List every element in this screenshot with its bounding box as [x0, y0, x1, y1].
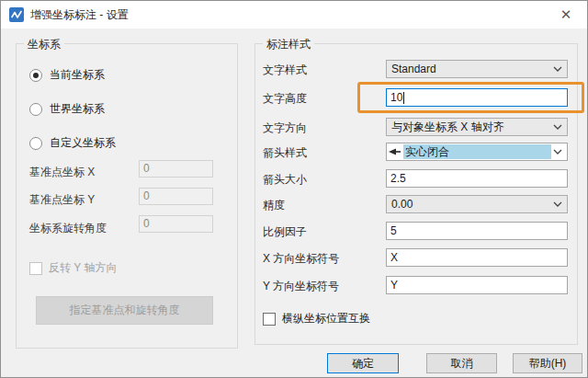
dimension-style-group: 标注样式 文字样式 Standard 文字高度 10 文字方向 与对象坐标系 X…	[254, 43, 578, 345]
scale-factor-value: 5	[390, 224, 397, 237]
precision-label: 精度	[263, 198, 285, 213]
basepoint-y-value: 0	[143, 189, 150, 202]
text-style-value: Standard	[391, 63, 436, 75]
arrow-style-label: 箭头样式	[263, 145, 307, 161]
text-direction-value: 与对象坐标系 X 轴对齐	[391, 120, 504, 135]
titlebar: 增强坐标标注 - 设置 ✕	[1, 1, 587, 29]
scale-factor-field[interactable]: 5	[386, 222, 568, 240]
help-button[interactable]: 帮助(H)	[513, 353, 582, 373]
text-height-field[interactable]: 10	[386, 88, 568, 107]
arrow-solid-closed-icon	[387, 148, 403, 155]
ok-button-label: 确定	[352, 356, 374, 372]
x-symbol-value: X	[390, 251, 398, 264]
text-style-select[interactable]: Standard	[386, 60, 568, 78]
chevron-down-icon	[553, 66, 562, 72]
help-button-label: 帮助(H)	[529, 356, 567, 372]
scale-factor-label: 比例因子	[263, 224, 307, 240]
basepoint-y-field: 0	[139, 188, 213, 205]
close-button[interactable]: ✕	[545, 1, 587, 29]
text-height-value: 10	[390, 91, 402, 104]
rotation-angle-value: 0	[143, 217, 150, 230]
arrow-size-label: 箭头大小	[263, 172, 307, 188]
rotation-angle-label: 坐标系旋转角度	[29, 221, 107, 236]
basepoint-x-value: 0	[143, 162, 150, 175]
radio-custom-ucs[interactable]: 自定义坐标系	[29, 136, 116, 150]
checkbox-unchecked-icon	[29, 262, 42, 275]
y-symbol-field[interactable]: Y	[386, 276, 568, 294]
basepoint-x-label: 基准点坐标 X	[29, 165, 95, 180]
rotation-angle-field: 0	[139, 215, 213, 233]
chevron-down-icon	[553, 201, 562, 207]
precision-select[interactable]: 0.00	[386, 195, 568, 213]
text-direction-label: 文字方向	[263, 120, 307, 136]
ok-button[interactable]: 确定	[327, 353, 399, 373]
swap-xy-label: 横纵坐标位置互换	[282, 311, 370, 326]
text-caret	[403, 92, 404, 104]
x-symbol-label: X 方向坐标符号	[263, 251, 339, 267]
coordinate-system-group: 坐标系 当前坐标系 世界坐标系 自定义坐标系 基准点坐标 X 0 基准点坐标 Y…	[16, 43, 238, 349]
radio-world-ucs-label: 世界坐标系	[50, 101, 105, 117]
close-icon: ✕	[560, 6, 572, 23]
pick-basepoint-button: 指定基准点和旋转角度	[36, 296, 213, 325]
window-title: 增强坐标标注 - 设置	[30, 7, 129, 23]
text-style-label: 文字样式	[263, 63, 307, 78]
cancel-button-label: 取消	[451, 356, 473, 372]
radio-selected-icon	[29, 69, 42, 82]
radio-unselected-icon	[29, 137, 42, 150]
chevron-down-icon	[553, 149, 562, 155]
radio-current-ucs[interactable]: 当前坐标系	[29, 68, 105, 82]
pick-basepoint-button-label: 指定基准点和旋转角度	[70, 303, 180, 318]
app-icon	[9, 7, 24, 22]
arrow-size-field[interactable]: 2.5	[386, 169, 568, 188]
invert-y-label: 反转 Y 轴方向	[49, 260, 117, 276]
cancel-button[interactable]: 取消	[426, 353, 497, 373]
chevron-down-icon	[553, 124, 562, 130]
x-symbol-field[interactable]: X	[386, 248, 568, 267]
radio-unselected-icon	[29, 103, 42, 116]
checkbox-unchecked-icon	[263, 313, 276, 326]
basepoint-y-label: 基准点坐标 Y	[29, 192, 95, 208]
arrow-size-value: 2.5	[390, 172, 406, 185]
y-symbol-label: Y 方向坐标符号	[263, 279, 339, 294]
arrow-style-select[interactable]: 实心闭合	[386, 143, 568, 161]
radio-world-ucs[interactable]: 世界坐标系	[29, 102, 105, 116]
arrow-style-value: 实心闭合	[403, 144, 551, 159]
y-symbol-value: Y	[390, 279, 398, 292]
radio-current-ucs-label: 当前坐标系	[50, 67, 105, 83]
dimension-style-group-title: 标注样式	[263, 37, 314, 52]
invert-y-checkbox: 反转 Y 轴方向	[29, 261, 117, 275]
radio-custom-ucs-label: 自定义坐标系	[50, 135, 116, 151]
coordinate-system-group-title: 坐标系	[24, 37, 64, 52]
swap-xy-checkbox[interactable]: 横纵坐标位置互换	[263, 312, 370, 326]
text-height-label: 文字高度	[263, 91, 307, 107]
precision-value: 0.00	[391, 198, 413, 211]
text-direction-select[interactable]: 与对象坐标系 X 轴对齐	[386, 118, 568, 136]
settings-dialog: 增强坐标标注 - 设置 ✕ 坐标系 当前坐标系 世界坐标系 自定义坐标系 基准点…	[0, 0, 588, 378]
basepoint-x-field: 0	[139, 160, 213, 178]
